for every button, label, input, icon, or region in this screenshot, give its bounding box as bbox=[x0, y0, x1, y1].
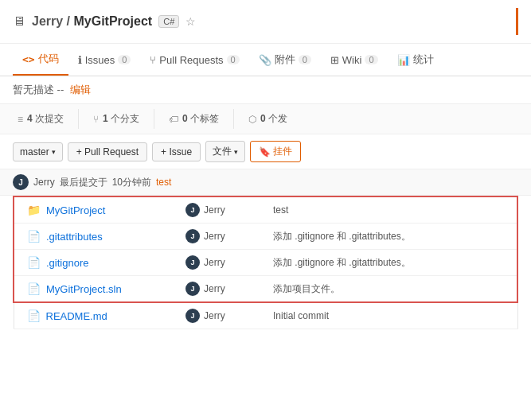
table-row: 📄 README.md J Jerry Initial commit bbox=[14, 302, 517, 329]
table-row: 📄 MyGitProject.sln J Jerry 添加项目文件。 bbox=[14, 276, 517, 303]
commit-avatar: J bbox=[185, 282, 200, 296]
attachments-badge: 0 bbox=[299, 55, 311, 64]
pull-requests-badge: 0 bbox=[227, 55, 240, 64]
branches-icon: ⑂ bbox=[93, 114, 99, 125]
file-icon: 📄 bbox=[27, 256, 41, 269]
repo-title: Jerry / MyGitProject bbox=[32, 14, 152, 29]
releases-icon: ⬡ bbox=[248, 114, 256, 125]
wiki-badge: 0 bbox=[365, 55, 377, 64]
stats-icon: 📊 bbox=[397, 54, 410, 66]
file-icon: 📄 bbox=[27, 309, 41, 322]
file-icon: 📄 bbox=[27, 282, 41, 295]
issues-badge: 0 bbox=[118, 55, 131, 64]
tab-attachments[interactable]: 📎 附件 0 bbox=[249, 45, 321, 75]
repo-header: 🖥 Jerry / MyGitProject C# ☆ bbox=[0, 0, 531, 44]
file-table: 📁 MyGitProject J Jerry test 📄 .gitattrib… bbox=[13, 196, 518, 329]
stat-branches[interactable]: ⑂ 1 个分支 bbox=[79, 109, 154, 129]
commit-message-cell: Initial commit bbox=[260, 302, 517, 329]
commit-username: Jerry bbox=[204, 310, 225, 321]
table-row: 📁 MyGitProject J Jerry test bbox=[14, 196, 517, 224]
last-commit-message[interactable]: test bbox=[156, 177, 171, 188]
pull-request-button[interactable]: + Pull Request bbox=[68, 142, 147, 161]
tab-stats[interactable]: 📊 统计 bbox=[388, 45, 443, 75]
repo-owner: Jerry bbox=[32, 14, 63, 28]
attachments-icon: 📎 bbox=[259, 54, 271, 66]
file-name-link[interactable]: MyGitProject bbox=[46, 204, 105, 216]
table-row: 📄 .gitattributes J Jerry 添加 .gitignore 和… bbox=[14, 224, 517, 250]
stats-bar: ≡ 4 次提交 ⑂ 1 个分支 🏷 0 个标签 ⬡ 0 个发 bbox=[0, 104, 531, 134]
repo-icon: 🖥 bbox=[13, 14, 25, 29]
last-commit-bar: J Jerry 最后提交于 10分钟前 test bbox=[0, 169, 531, 196]
table-row: 📄 .gitignore J Jerry 添加 .gitignore 和 .gi… bbox=[14, 250, 517, 276]
files-dropdown[interactable]: 文件 ▾ bbox=[205, 141, 245, 162]
commit-avatar: J bbox=[185, 309, 200, 323]
file-name-link[interactable]: README.md bbox=[46, 310, 107, 322]
folder-icon: 📁 bbox=[27, 204, 41, 216]
tags-icon: 🏷 bbox=[169, 114, 178, 125]
last-commit-avatar: J bbox=[13, 174, 29, 190]
branch-dropdown[interactable]: master ▾ bbox=[13, 142, 63, 161]
commit-user-cell: J Jerry bbox=[173, 196, 260, 224]
repo-name: MyGitProject bbox=[74, 14, 153, 28]
branch-dropdown-arrow: ▾ bbox=[52, 148, 56, 156]
code-icon: <> bbox=[22, 53, 35, 65]
commit-message-cell: 添加 .gitignore 和 .gitattributes。 bbox=[260, 224, 517, 250]
file-name-link[interactable]: .gitignore bbox=[46, 257, 88, 269]
tab-pull-requests[interactable]: ⑂ Pull Requests 0 bbox=[140, 46, 248, 74]
last-commit-prefix: 最后提交于 bbox=[60, 176, 107, 189]
file-name-cell: 📄 .gitattributes bbox=[14, 224, 173, 250]
commits-icon: ≡ bbox=[18, 114, 23, 125]
commit-avatar: J bbox=[185, 229, 200, 243]
commit-user-cell: J Jerry bbox=[173, 224, 260, 250]
commit-username: Jerry bbox=[204, 283, 225, 294]
commit-user-cell: J Jerry bbox=[173, 302, 260, 329]
repo-star-icon[interactable]: ☆ bbox=[185, 15, 196, 28]
nav-orange-indicator bbox=[516, 8, 518, 35]
bookmark-icon: 🔖 bbox=[259, 146, 271, 158]
last-commit-time: 10分钟前 bbox=[112, 176, 151, 189]
commit-message-cell: 添加 .gitignore 和 .gitattributes。 bbox=[260, 250, 517, 276]
tab-wiki[interactable]: ⊞ Wiki 0 bbox=[321, 46, 388, 74]
files-dropdown-arrow: ▾ bbox=[234, 148, 238, 156]
repo-language-badge: C# bbox=[158, 15, 179, 28]
file-name-link[interactable]: .gitattributes bbox=[46, 231, 103, 243]
action-bar: master ▾ + Pull Request + Issue 文件 ▾ 🔖 挂… bbox=[0, 134, 531, 169]
wiki-icon: ⊞ bbox=[330, 54, 339, 66]
commit-avatar: J bbox=[185, 255, 200, 270]
nav-tabs: <> 代码 ℹ Issues 0 ⑂ Pull Requests 0 📎 附件 … bbox=[0, 44, 531, 76]
file-name-cell: 📄 .gitignore bbox=[14, 250, 173, 276]
commit-user-cell: J Jerry bbox=[173, 250, 260, 276]
file-table-container: 📁 MyGitProject J Jerry test 📄 .gitattrib… bbox=[0, 196, 531, 342]
bookmark-button[interactable]: 🔖 挂件 bbox=[250, 141, 301, 162]
stat-commits[interactable]: ≡ 4 次提交 bbox=[13, 109, 79, 129]
pull-requests-icon: ⑂ bbox=[150, 54, 156, 66]
file-icon: 📄 bbox=[27, 230, 41, 243]
file-name-cell: 📄 README.md bbox=[14, 302, 173, 329]
commit-message-cell: test bbox=[260, 196, 517, 224]
issue-button[interactable]: + Issue bbox=[152, 142, 201, 161]
last-commit-user: Jerry bbox=[33, 177, 55, 188]
tab-issues[interactable]: ℹ Issues 0 bbox=[68, 46, 141, 74]
commit-user-cell: J Jerry bbox=[173, 276, 260, 303]
file-name-cell: 📁 MyGitProject bbox=[14, 196, 173, 224]
file-name-cell: 📄 MyGitProject.sln bbox=[14, 276, 173, 303]
stat-releases[interactable]: ⬡ 0 个发 bbox=[234, 109, 292, 129]
file-name-link[interactable]: MyGitProject.sln bbox=[46, 283, 122, 295]
commit-username: Jerry bbox=[204, 204, 225, 216]
commit-message-cell: 添加项目文件。 bbox=[260, 276, 517, 303]
issues-icon: ℹ bbox=[78, 54, 82, 66]
edit-description-link[interactable]: 编辑 bbox=[70, 84, 91, 95]
commit-username: Jerry bbox=[204, 257, 225, 268]
commit-username: Jerry bbox=[204, 231, 225, 242]
stat-tags[interactable]: 🏷 0 个标签 bbox=[154, 109, 234, 129]
tab-code[interactable]: <> 代码 bbox=[13, 44, 68, 76]
description-bar: 暂无描述 -- 编辑 bbox=[0, 76, 531, 104]
commit-avatar: J bbox=[185, 203, 200, 217]
